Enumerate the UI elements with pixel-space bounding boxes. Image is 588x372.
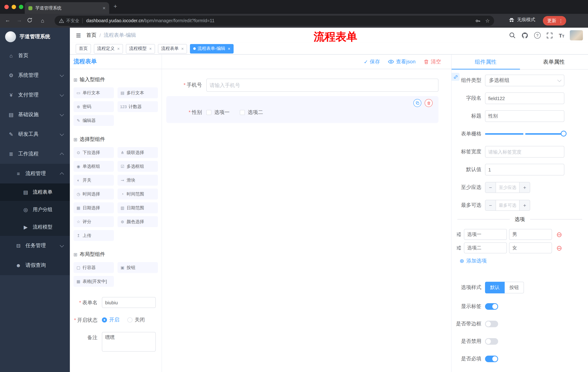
palette-item[interactable]: ✎ 编辑器 [74,115,114,126]
sidebar-item-system[interactable]: ⚙ 系统管理 [0,65,70,85]
menu-fold-icon[interactable]: ≣ [76,31,81,39]
maximize-window-button[interactable] [19,5,23,9]
link-icon[interactable] [452,73,460,81]
style-default-button[interactable]: 默认 [485,282,505,293]
new-tab-button[interactable]: + [114,3,117,10]
palette-item[interactable]: 123 计数器 [117,101,158,112]
password-key-icon[interactable] [475,18,481,23]
option-label-input[interactable] [464,229,507,240]
palette-item[interactable]: ⊸ 滑块 [117,175,158,186]
palette-item[interactable]: ▦ 日期选择 [74,202,114,213]
field-gender-selected[interactable]: 性别 选项一 选项二 [166,96,439,123]
status-off-radio[interactable]: 关闭 [127,317,145,323]
remove-option-icon[interactable]: ⊖ [556,231,562,238]
palette-item[interactable]: ☆ 评分 [74,216,114,227]
close-icon[interactable]: × [117,46,120,51]
sidebar-item-infra[interactable]: ▤ 基础设施 [0,105,70,125]
fullscreen-icon[interactable] [546,32,553,39]
drag-handle-icon[interactable] [456,245,462,250]
palette-item[interactable]: ▦ 表格[开发中] [74,276,114,287]
home-icon[interactable]: ⌂ [39,18,47,24]
bookmark-star-icon[interactable]: ☆ [485,18,490,24]
palette-item[interactable]: ◉ 单选框组 [74,161,114,172]
update-button[interactable]: 更新 ⋮ [543,16,566,25]
palette-item[interactable]: ↥ 上传 [74,230,114,241]
field-phone[interactable]: 手机号 [166,79,439,92]
tab-component-props[interactable]: 组件属性 [452,55,520,69]
clear-button[interactable]: 清空 [423,58,441,65]
disabled-toggle[interactable] [485,338,498,345]
option-label-input[interactable] [464,242,507,253]
sidebar-item-process-manage[interactable]: ≡ 流程管理 [0,164,70,183]
palette-item[interactable]: ⊙ 下拉选择 [74,147,114,158]
title-input[interactable] [485,110,564,122]
close-window-button[interactable] [4,5,9,9]
palette-item[interactable]: ◐ 开关 [74,175,114,186]
status-on-radio[interactable]: 开启 [102,317,119,323]
palette-item[interactable]: ⋔ 级联选择 [117,147,158,158]
close-icon[interactable]: × [228,46,230,51]
max-select-value[interactable]: 最多可选 [496,200,520,210]
palette-item[interactable]: ⊚ 颜色选择 [117,216,158,227]
minimize-window-button[interactable] [12,5,16,9]
tag-process-form[interactable]: 流程表单× [158,44,187,53]
required-toggle[interactable] [485,356,498,362]
breadcrumb-home[interactable]: 首页 [86,32,96,39]
phone-input[interactable] [206,79,439,92]
remark-textarea[interactable]: 嘿嘿 [102,332,156,352]
plus-button[interactable]: + [520,182,530,192]
help-icon[interactable]: ? [534,32,541,39]
tag-process-definition[interactable]: 流程定义× [94,44,123,53]
palette-item[interactable]: ▢ 行容器 [74,262,114,273]
palette-item[interactable]: ▣ 按钮 [117,262,158,273]
copy-component-button[interactable] [413,99,421,107]
sidebar-item-devtools[interactable]: ✎ 研发工具 [0,125,70,144]
view-json-button[interactable]: 查看json [388,58,416,65]
border-toggle[interactable] [485,321,498,327]
address-bar[interactable]: 不安全 dashboard.yudao.iocoder.cn /bpm/mana… [55,16,494,26]
palette-item[interactable]: ⊗ 密码 [74,101,114,112]
slider-handle[interactable] [561,131,567,137]
palette-item[interactable]: ▤ 多行文本 [117,87,158,98]
palette-item[interactable]: ☑ 多选框组 [117,161,158,172]
github-icon[interactable] [521,32,528,39]
close-icon[interactable]: × [181,46,184,51]
checkbox-option-1[interactable]: 选项一 [206,109,230,116]
default-value-input[interactable] [485,164,564,175]
min-select-value[interactable]: 至少应选 [496,182,520,192]
sidebar-item-process-model[interactable]: ▶ 流程模型 [0,218,70,236]
search-icon[interactable] [508,32,516,39]
tag-width-input[interactable] [485,146,564,158]
style-button-button[interactable]: 按钮 [505,282,524,293]
sidebar-item-user-group[interactable]: ◎ 用户分组 [0,201,70,218]
minus-button[interactable]: − [485,200,496,210]
sidebar-item-home[interactable]: ⌂ 首页 [0,46,70,65]
tag-process-model[interactable]: 流程模型× [126,44,155,53]
component-type-select[interactable]: 多选框组 [485,74,564,86]
browser-tab[interactable]: 芋道管理系统 × [25,2,109,14]
remove-option-icon[interactable]: ⊖ [556,244,562,251]
field-name-input[interactable] [485,93,564,104]
show-label-toggle[interactable] [485,303,498,310]
tag-process-form-edit[interactable]: 流程表单-编辑× [190,44,234,53]
forward-icon[interactable]: → [15,17,23,23]
add-option-button[interactable]: ⊕ 添加选项 [452,258,588,264]
sidebar-item-payment[interactable]: ¥ 支付管理 [0,85,70,105]
palette-item[interactable]: ◔ 时间范围 [117,189,158,200]
tab-form-props[interactable]: 表单属性 [520,55,588,69]
tag-home[interactable]: 首页 [76,44,91,53]
drag-handle-icon[interactable] [456,232,462,237]
reload-icon[interactable] [27,18,35,23]
checkbox-option-2[interactable]: 选项二 [240,109,263,116]
form-name-input[interactable] [102,297,156,308]
back-icon[interactable]: ← [4,17,12,23]
sidebar-item-process-form[interactable]: ▤ 流程表单 [0,183,70,201]
sidebar-item-workflow[interactable]: ≣ 工作流程 [0,144,70,164]
palette-item[interactable]: ▥ 日期范围 [117,202,158,213]
palette-item[interactable]: ▭ 单行文本 [74,87,114,98]
close-icon[interactable]: × [149,46,152,51]
palette-item[interactable]: ◷ 时间选择 [74,189,114,200]
option-value-input[interactable] [509,242,552,253]
font-size-icon[interactable]: TT [559,32,564,38]
option-value-input[interactable] [509,229,552,240]
